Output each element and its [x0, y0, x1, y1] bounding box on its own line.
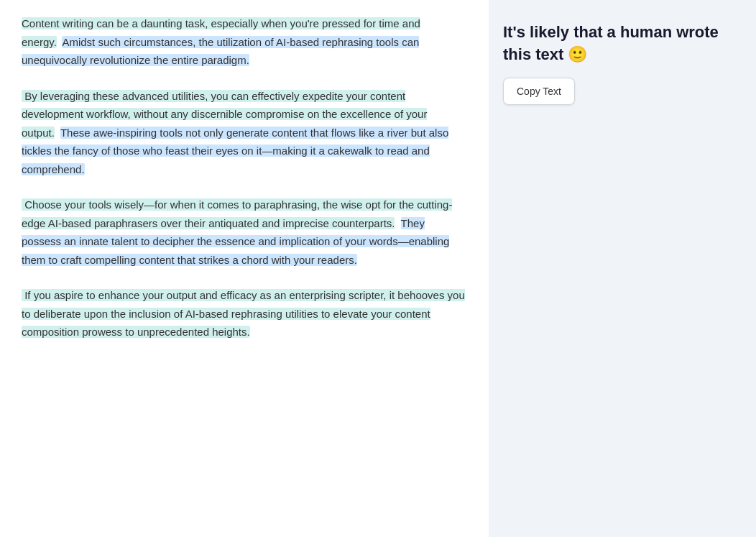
sidebar-panel: It's likely that a human wrote this text… [489, 0, 756, 537]
text-segment: Choose your tools wisely—for when it com… [22, 198, 452, 229]
main-container: Content writing can be a daunting task, … [0, 0, 756, 537]
copy-button[interactable]: Copy Text [503, 78, 575, 105]
paragraph-2: By leveraging these advanced utilities, … [22, 87, 467, 179]
text-panel: Content writing can be a daunting task, … [0, 0, 489, 537]
text-segment: These awe-inspiring tools not only gener… [22, 127, 448, 175]
text-segment: If you aspire to enhance your output and… [22, 289, 465, 338]
paragraph-1: Content writing can be a daunting task, … [22, 14, 467, 70]
paragraph-4: If you aspire to enhance your output and… [22, 286, 467, 341]
paragraph-3: Choose your tools wisely—for when it com… [22, 196, 467, 269]
text-segment: Amidst such circumstances, the utilizati… [22, 36, 419, 67]
result-label: It's likely that a human wrote this text… [503, 22, 742, 66]
